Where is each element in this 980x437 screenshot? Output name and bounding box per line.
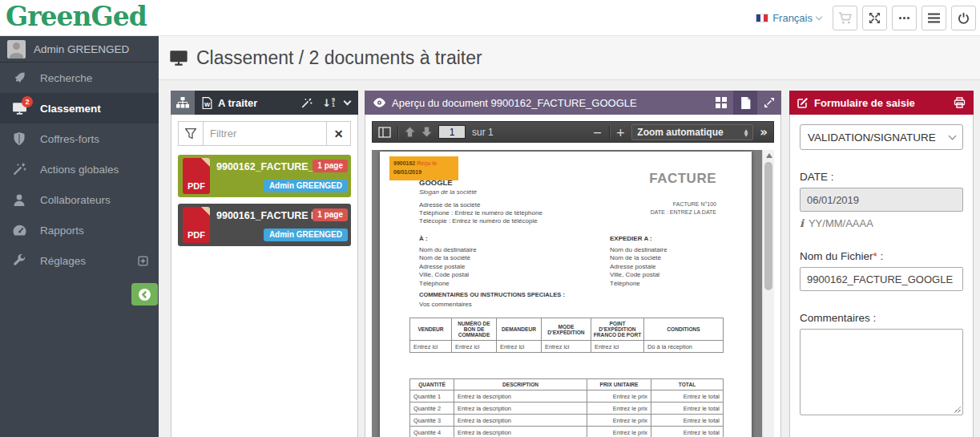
sidebar-collapse-button[interactable] bbox=[131, 283, 158, 305]
text-line: Ville, Code postal bbox=[419, 271, 477, 280]
expand-settings-icon[interactable] bbox=[138, 255, 148, 267]
arrow-circle-left-icon bbox=[138, 288, 151, 301]
invoice-col-header: DESCRIPTION bbox=[454, 379, 587, 390]
magic-wand-icon[interactable] bbox=[301, 98, 313, 108]
zoom-in-icon[interactable]: + bbox=[616, 126, 626, 139]
invoice-company-lines: Adresse de la sociétéTéléphone : Entrez … bbox=[419, 201, 542, 225]
filename-input[interactable] bbox=[800, 267, 963, 291]
invoice-comments-label: COMMENTAIRES OU INSTRUCTIONS SPECIALES : bbox=[419, 291, 565, 298]
sidebar-item-classement[interactable]: 2 Classement bbox=[0, 93, 159, 123]
sort-numeric-icon[interactable]: ↓ 91 bbox=[322, 98, 335, 108]
zoom-mode-select[interactable]: Zoom automatique ▲▼ bbox=[631, 124, 753, 140]
hamburger-icon bbox=[928, 13, 940, 23]
pdf-file-icon: PDF bbox=[183, 158, 210, 194]
invoice-cell: Entrez le total bbox=[651, 403, 724, 415]
document-card[interactable]: PDF 9900161_FACTURE DIM 1 page Admin GRE… bbox=[178, 204, 351, 246]
owner-badge: Admin GREENGED bbox=[264, 180, 348, 192]
comments-textarea[interactable] bbox=[800, 329, 963, 415]
expand-preview-button[interactable] bbox=[757, 91, 781, 115]
language-selector[interactable]: Français bbox=[756, 12, 821, 24]
viewer-scrollbar[interactable] bbox=[762, 150, 774, 437]
previous-page-icon[interactable] bbox=[405, 127, 415, 137]
sidebar-item-recherche[interactable]: Recherche bbox=[0, 63, 159, 93]
preview-title-group: Aperçu du document 9900162_FACTURE_GOOGL… bbox=[365, 97, 637, 109]
user-name: Admin GREENGED bbox=[34, 43, 129, 55]
invoice-content: 9900162 Reçu le 06/01/2019 GOOGLE Slogan… bbox=[380, 152, 752, 437]
sidebar-item-actions-globales[interactable]: Actions globales bbox=[0, 154, 159, 184]
filter-input[interactable] bbox=[204, 121, 327, 146]
date-input[interactable] bbox=[800, 188, 963, 212]
text-line: Adresse postale bbox=[419, 263, 477, 272]
svg-text:W: W bbox=[204, 100, 211, 107]
classement-count-badge: 2 bbox=[22, 96, 33, 107]
sidebar-item-collaborateurs[interactable]: Collaborateurs bbox=[0, 184, 159, 215]
date-hint: i YY/MM/AAAA bbox=[800, 217, 963, 229]
stamp-number: 9900162 bbox=[393, 160, 415, 166]
pdf-viewer: 9900162 Reçu le 06/01/2019 GOOGLE Slogan… bbox=[372, 150, 774, 437]
topbar: GreenGed Français bbox=[0, 0, 980, 36]
resize-handle-icon[interactable] bbox=[953, 405, 961, 413]
clear-filter-button[interactable]: ✕ bbox=[327, 121, 351, 146]
invoice-info-table: VENDEURNUMÉRO DE BON DE COMMANDEDEMANDEU… bbox=[409, 318, 724, 353]
thumbnail-view-button[interactable] bbox=[709, 91, 733, 115]
next-page-icon[interactable] bbox=[421, 127, 432, 137]
page-total-label: sur 1 bbox=[472, 127, 494, 138]
more-options-button[interactable] bbox=[892, 6, 917, 30]
form-panel-body: VALIDATION/SIGNATURE DATE : i YY/MM/AAAA… bbox=[789, 115, 974, 437]
scroll-up-arrow[interactable] bbox=[766, 153, 772, 158]
pdf-file-icon: PDF bbox=[183, 207, 210, 243]
sidebar-item-reglages[interactable]: Réglages bbox=[0, 245, 159, 276]
avatar bbox=[7, 40, 26, 59]
sort-bottom-digit: 1 bbox=[332, 103, 335, 108]
printer-icon bbox=[954, 97, 966, 108]
sidebar-toggle-icon[interactable] bbox=[378, 127, 391, 138]
sidebar-item-label: Collaborateurs bbox=[40, 194, 111, 206]
invoice-row: Quantité 2Entrez la descriptionEntrez le… bbox=[410, 403, 724, 415]
sidebar-item-label: Recherche bbox=[40, 72, 92, 84]
sidebar-item-label: Réglages bbox=[40, 255, 86, 267]
user-profile[interactable]: Admin GREENGED bbox=[0, 36, 159, 63]
preview-panel: Aperçu du document 9900162_FACTURE_GOOGL… bbox=[365, 91, 781, 437]
invoice-title: FACTURE bbox=[649, 171, 716, 187]
toolbar-divider bbox=[397, 126, 398, 139]
dashboard-icon bbox=[13, 225, 26, 236]
cart-button[interactable] bbox=[833, 6, 857, 30]
pdf-label: PDF bbox=[183, 181, 210, 191]
invoice-cell: Entrez le prix bbox=[587, 390, 651, 403]
form-title-group: Formulaire de saisie bbox=[789, 97, 915, 109]
logout-button[interactable] bbox=[951, 6, 976, 30]
pdf-toolbar: sur 1 − + Zoom automatique ▲▼ » bbox=[372, 121, 774, 143]
info-icon: i bbox=[800, 217, 804, 229]
document-card[interactable]: PDF 9900162_FACTURE_GOOGLE 1 page Admin … bbox=[178, 155, 351, 197]
sidebar-item-label: Rapports bbox=[40, 225, 84, 237]
zoom-out-icon[interactable]: − bbox=[593, 126, 603, 139]
text-line: Télécopie : Entrez le numéro de télécopi… bbox=[419, 217, 542, 225]
invoice-cell: Entrez ici bbox=[542, 341, 591, 353]
preview-title: Aperçu du document 9900162_FACTURE_GOOGL… bbox=[392, 97, 637, 109]
workflow-select[interactable]: VALIDATION/SIGNATURE bbox=[800, 124, 963, 150]
tree-view-button[interactable] bbox=[171, 91, 195, 115]
invoice-number: FACTURE N°100 bbox=[673, 201, 716, 207]
fullscreen-button[interactable] bbox=[862, 6, 887, 30]
chevron-down-icon[interactable] bbox=[344, 97, 352, 105]
scrollbar-thumb[interactable] bbox=[764, 162, 772, 290]
invoice-col-header: POINT D'EXPÉDITION FRANCO DE PORT bbox=[591, 318, 644, 341]
print-button[interactable] bbox=[954, 97, 974, 108]
page-view-button[interactable] bbox=[733, 91, 757, 115]
invoice-slogan: Slogan de la société bbox=[419, 188, 477, 196]
grid-icon bbox=[716, 97, 727, 108]
monitor-icon bbox=[169, 50, 188, 66]
sidebar-item-coffres-forts[interactable]: Coffres-forts bbox=[0, 123, 159, 154]
menu-button[interactable] bbox=[922, 6, 946, 30]
sort-arrow-glyph: ↓ bbox=[322, 98, 331, 108]
ellipsis-icon bbox=[898, 16, 910, 20]
sidebar-item-label: Coffres-forts bbox=[40, 133, 99, 145]
text-line: Nom de la société bbox=[610, 254, 667, 263]
page-number-input[interactable] bbox=[438, 125, 466, 139]
toolbar-more-icon[interactable]: » bbox=[760, 125, 768, 140]
ship-lines: Nom du destinataireNom de la sociétéAdre… bbox=[610, 246, 667, 289]
queue-panel: W A traiter ↓ 91 ✕ PDF bbox=[171, 91, 358, 437]
toolbar-divider bbox=[609, 126, 610, 139]
filter-button[interactable] bbox=[178, 121, 204, 146]
sidebar-item-rapports[interactable]: Rapports bbox=[0, 215, 159, 245]
